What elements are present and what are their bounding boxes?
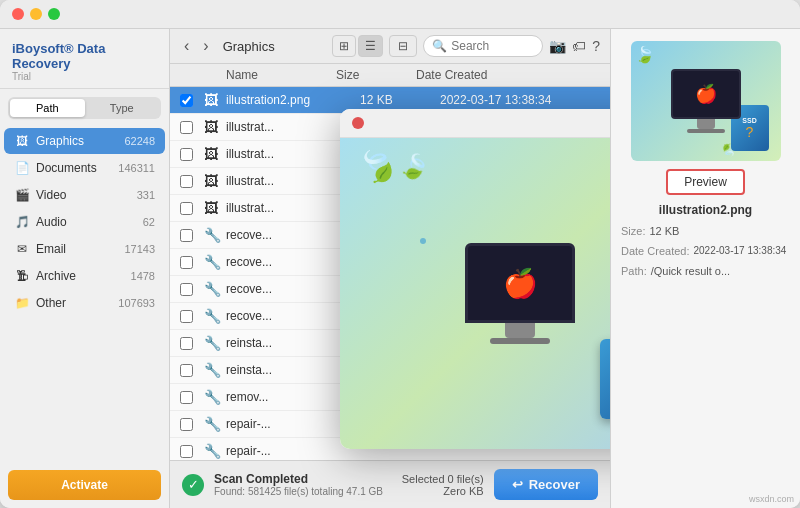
- filter-button[interactable]: ⊟: [389, 35, 417, 57]
- app-title: iBoysoft® Data Recovery: [12, 41, 157, 71]
- tab-type[interactable]: Type: [85, 99, 160, 117]
- file-checkbox[interactable]: [180, 175, 204, 188]
- tab-path[interactable]: Path: [10, 99, 85, 117]
- graphics-icon: 🖼: [14, 133, 30, 149]
- file-checkbox[interactable]: [180, 418, 204, 431]
- file-checkbox[interactable]: [180, 121, 204, 134]
- sidebar-items: 🖼 Graphics 62248 📄 Documents 146311 🎬 Vi…: [0, 123, 169, 462]
- file-checkbox[interactable]: [180, 445, 204, 458]
- size-value: 12 KB: [649, 225, 679, 237]
- checkbox-input[interactable]: [180, 229, 193, 242]
- checkbox-input[interactable]: [180, 364, 193, 377]
- sidebar-item-graphics[interactable]: 🖼 Graphics 62248: [4, 128, 165, 154]
- sidebar-label-documents: Documents: [36, 161, 118, 175]
- file-checkbox[interactable]: [180, 148, 204, 161]
- checkbox-input[interactable]: [180, 310, 193, 323]
- checkbox-input[interactable]: [180, 283, 193, 296]
- file-checkbox[interactable]: [180, 283, 204, 296]
- view-list-button[interactable]: ☰: [358, 35, 383, 57]
- sidebar-item-email[interactable]: ✉ Email 17143: [4, 236, 165, 262]
- sidebar-item-archive[interactable]: 🗜 Archive 1478: [4, 263, 165, 289]
- view-grid-button[interactable]: ⊞: [332, 35, 356, 57]
- apple-logo-icon: 🍎: [503, 267, 538, 300]
- detail-path-row: Path: /Quick result o...: [621, 265, 790, 277]
- close-button[interactable]: [12, 8, 24, 20]
- preview-button[interactable]: Preview: [666, 169, 745, 195]
- email-icon: ✉: [14, 241, 30, 257]
- scan-details: Found: 581425 file(s) totaling 47.1 GB: [214, 486, 392, 497]
- other-icon: 📁: [14, 295, 30, 311]
- sidebar-label-audio: Audio: [36, 215, 143, 229]
- checkbox-input[interactable]: [180, 121, 193, 134]
- preview-overlay-titlebar: [340, 109, 610, 138]
- thumbnail-leaf: 🍃: [635, 45, 655, 64]
- file-type-icon: 🖼: [204, 173, 226, 189]
- back-button[interactable]: ‹: [180, 35, 193, 57]
- maximize-button[interactable]: [48, 8, 60, 20]
- sidebar-item-audio[interactable]: 🎵 Audio 62: [4, 209, 165, 235]
- file-checkbox[interactable]: [180, 310, 204, 323]
- sidebar-item-other[interactable]: 📁 Other 107693: [4, 290, 165, 316]
- activate-button[interactable]: Activate: [8, 470, 161, 500]
- checkbox-input[interactable]: [180, 337, 193, 350]
- file-checkbox[interactable]: [180, 364, 204, 377]
- file-type-icon: 🖼: [204, 119, 226, 135]
- file-type-icon: 🔧: [204, 416, 226, 432]
- file-type-icon: 🔧: [204, 254, 226, 270]
- checkbox-input[interactable]: [180, 202, 193, 215]
- leaf-decoration-1: 🍃: [351, 139, 405, 192]
- sidebar-item-video[interactable]: 🎬 Video 331: [4, 182, 165, 208]
- file-type-icon: 🔧: [204, 281, 226, 297]
- file-checkbox[interactable]: [180, 337, 204, 350]
- detail-file-name: illustration2.png: [659, 203, 752, 217]
- selected-info: Selected 0 file(s) Zero KB: [402, 473, 484, 497]
- thumbnail-apple-icon: 🍎: [695, 83, 717, 105]
- camera-button[interactable]: 📷: [549, 38, 566, 54]
- checkbox-input[interactable]: [180, 175, 193, 188]
- thumbnail-ssd-label: SSD: [742, 117, 756, 124]
- date-value: 2022-03-17 13:38:34: [693, 245, 786, 257]
- right-panel: 🍎 SSD ? 🍃 🍃 Preview illustration2.png Si…: [610, 29, 800, 508]
- monitor-illustration: 🍎: [465, 243, 575, 344]
- traffic-lights: [12, 8, 60, 20]
- dot-decoration: [420, 238, 426, 244]
- file-checkbox[interactable]: [180, 94, 204, 107]
- file-checkbox[interactable]: [180, 256, 204, 269]
- thumbnail-ssd-question: ?: [746, 124, 754, 140]
- checkbox-input[interactable]: [180, 256, 193, 269]
- checkbox-input[interactable]: [180, 418, 193, 431]
- file-checkbox[interactable]: [180, 229, 204, 242]
- file-checkbox[interactable]: [180, 391, 204, 404]
- forward-button[interactable]: ›: [199, 35, 212, 57]
- file-checkbox[interactable]: [180, 202, 204, 215]
- preview-overlay-content: 🍃 🍃 🍃 🍃 🍎 SSD ?: [340, 138, 610, 449]
- preview-close-dot[interactable]: [352, 117, 364, 129]
- minimize-button[interactable]: [30, 8, 42, 20]
- tag-button[interactable]: 🏷: [572, 38, 586, 54]
- sidebar-label-video: Video: [36, 188, 137, 202]
- preview-overlay: 🍃 🍃 🍃 🍃 🍎 SSD ?: [340, 109, 610, 449]
- checkbox-input[interactable]: [180, 445, 193, 458]
- selected-size: Zero KB: [402, 485, 484, 497]
- breadcrumb: Graphics: [223, 39, 275, 54]
- audio-icon: 🎵: [14, 214, 30, 230]
- recover-button[interactable]: ↩ Recover: [494, 469, 598, 500]
- sidebar-count-archive: 1478: [131, 270, 155, 282]
- help-button[interactable]: ?: [592, 38, 600, 54]
- detail-size-row: Size: 12 KB: [621, 225, 790, 237]
- file-type-icon: 🔧: [204, 362, 226, 378]
- watermark: wsxdn.com: [749, 494, 794, 504]
- size-label: Size:: [621, 225, 645, 237]
- sidebar-label-other: Other: [36, 296, 118, 310]
- file-type-icon: 🖼: [204, 92, 226, 108]
- toolbar: ‹ › Graphics ⊞ ☰ ⊟ 🔍 📷 🏷 ?: [170, 29, 610, 64]
- checkbox-input[interactable]: [180, 94, 193, 107]
- checkbox-input[interactable]: [180, 391, 193, 404]
- name-header: Name: [226, 68, 336, 82]
- sidebar-item-documents[interactable]: 📄 Documents 146311: [4, 155, 165, 181]
- search-input[interactable]: [451, 39, 541, 53]
- file-type-icon: 🔧: [204, 443, 226, 459]
- checkbox-input[interactable]: [180, 148, 193, 161]
- main-middle: ‹ › Graphics ⊞ ☰ ⊟ 🔍 📷 🏷 ?: [170, 29, 610, 508]
- file-date-cell: 2022-03-17 13:38:34: [440, 93, 600, 107]
